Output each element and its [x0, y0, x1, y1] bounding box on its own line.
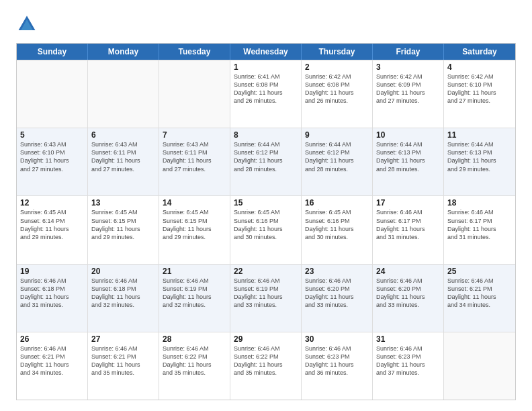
calendar-header: SundayMondayTuesdayWednesdayThursdayFrid… — [17, 44, 515, 60]
day-number: 4 — [447, 62, 512, 72]
cell-info: Sunrise: 6:42 AM Sunset: 6:10 PM Dayligh… — [447, 73, 512, 105]
cell-info: Sunrise: 6:45 AM Sunset: 6:16 PM Dayligh… — [305, 208, 369, 241]
day-number: 11 — [447, 130, 512, 140]
calendar-cell: 16Sunrise: 6:45 AM Sunset: 6:16 PM Dayli… — [302, 196, 373, 263]
calendar-cell: 28Sunrise: 6:46 AM Sunset: 6:22 PM Dayli… — [159, 332, 230, 400]
cell-info: Sunrise: 6:46 AM Sunset: 6:23 PM Dayligh… — [305, 345, 369, 377]
cell-info: Sunrise: 6:45 AM Sunset: 6:15 PM Dayligh… — [163, 208, 226, 241]
calendar-cell: 1Sunrise: 6:41 AM Sunset: 6:08 PM Daylig… — [230, 60, 302, 128]
cell-info: Sunrise: 6:45 AM Sunset: 6:16 PM Dayligh… — [234, 208, 298, 241]
calendar-cell: 23Sunrise: 6:46 AM Sunset: 6:20 PM Dayli… — [302, 265, 373, 332]
cell-info: Sunrise: 6:46 AM Sunset: 6:19 PM Dayligh… — [234, 277, 298, 310]
calendar-cell: 5Sunrise: 6:43 AM Sunset: 6:10 PM Daylig… — [17, 128, 88, 195]
cell-info: Sunrise: 6:46 AM Sunset: 6:21 PM Dayligh… — [447, 277, 512, 310]
calendar-cell: 13Sunrise: 6:45 AM Sunset: 6:15 PM Dayli… — [88, 196, 159, 263]
calendar-row-4: 26Sunrise: 6:46 AM Sunset: 6:21 PM Dayli… — [17, 332, 515, 400]
header-day-sunday: Sunday — [17, 44, 88, 60]
day-number: 19 — [20, 267, 84, 276]
day-number: 12 — [20, 198, 84, 208]
cell-info: Sunrise: 6:46 AM Sunset: 6:18 PM Dayligh… — [91, 277, 155, 310]
calendar-cell: 17Sunrise: 6:46 AM Sunset: 6:17 PM Dayli… — [373, 196, 444, 263]
cell-info: Sunrise: 6:46 AM Sunset: 6:23 PM Dayligh… — [376, 345, 440, 377]
calendar-cell: 15Sunrise: 6:45 AM Sunset: 6:16 PM Dayli… — [230, 196, 302, 263]
header-day-monday: Monday — [88, 44, 159, 60]
cell-info: Sunrise: 6:46 AM Sunset: 6:21 PM Dayligh… — [20, 345, 84, 377]
cell-info: Sunrise: 6:44 AM Sunset: 6:12 PM Dayligh… — [234, 140, 298, 173]
cell-info: Sunrise: 6:46 AM Sunset: 6:20 PM Dayligh… — [305, 277, 369, 310]
day-number: 17 — [376, 198, 440, 208]
header-day-wednesday: Wednesday — [230, 44, 302, 60]
header-day-saturday: Saturday — [444, 44, 515, 60]
calendar-cell — [17, 60, 88, 128]
cell-info: Sunrise: 6:45 AM Sunset: 6:15 PM Dayligh… — [91, 208, 155, 241]
calendar-cell: 26Sunrise: 6:46 AM Sunset: 6:21 PM Dayli… — [17, 332, 88, 400]
day-number: 10 — [376, 130, 440, 140]
calendar-cell: 25Sunrise: 6:46 AM Sunset: 6:21 PM Dayli… — [444, 265, 515, 332]
day-number: 7 — [163, 130, 226, 140]
calendar-row-1: 5Sunrise: 6:43 AM Sunset: 6:10 PM Daylig… — [17, 128, 515, 195]
header-day-friday: Friday — [373, 44, 444, 60]
day-number: 23 — [305, 267, 369, 276]
day-number: 24 — [376, 267, 440, 276]
calendar-cell: 8Sunrise: 6:44 AM Sunset: 6:12 PM Daylig… — [230, 128, 302, 195]
calendar-cell: 27Sunrise: 6:46 AM Sunset: 6:21 PM Dayli… — [88, 332, 159, 400]
cell-info: Sunrise: 6:41 AM Sunset: 6:08 PM Dayligh… — [234, 73, 298, 105]
day-number: 18 — [447, 198, 512, 208]
cell-info: Sunrise: 6:46 AM Sunset: 6:17 PM Dayligh… — [376, 208, 440, 241]
cell-info: Sunrise: 6:44 AM Sunset: 6:13 PM Dayligh… — [447, 140, 512, 173]
day-number: 20 — [91, 267, 155, 276]
calendar-cell: 10Sunrise: 6:44 AM Sunset: 6:13 PM Dayli… — [373, 128, 444, 195]
calendar-cell — [444, 332, 515, 400]
day-number: 14 — [163, 198, 226, 208]
cell-info: Sunrise: 6:46 AM Sunset: 6:21 PM Dayligh… — [91, 345, 155, 377]
day-number: 3 — [376, 62, 440, 72]
calendar-cell: 12Sunrise: 6:45 AM Sunset: 6:14 PM Dayli… — [17, 196, 88, 263]
day-number: 1 — [234, 62, 298, 72]
header-day-tuesday: Tuesday — [159, 44, 230, 60]
day-number: 15 — [234, 198, 298, 208]
calendar-cell: 3Sunrise: 6:42 AM Sunset: 6:09 PM Daylig… — [373, 60, 444, 128]
cell-info: Sunrise: 6:46 AM Sunset: 6:18 PM Dayligh… — [20, 277, 84, 310]
day-number: 13 — [91, 198, 155, 208]
day-number: 6 — [91, 130, 155, 140]
cell-info: Sunrise: 6:46 AM Sunset: 6:22 PM Dayligh… — [163, 345, 226, 377]
calendar-cell — [88, 60, 159, 128]
day-number: 8 — [234, 130, 298, 140]
day-number: 27 — [91, 334, 155, 344]
cell-info: Sunrise: 6:42 AM Sunset: 6:09 PM Dayligh… — [376, 73, 440, 105]
cell-info: Sunrise: 6:43 AM Sunset: 6:11 PM Dayligh… — [91, 140, 155, 173]
day-number: 31 — [376, 334, 440, 344]
day-number: 26 — [20, 334, 84, 344]
day-number: 30 — [305, 334, 369, 344]
cell-info: Sunrise: 6:46 AM Sunset: 6:20 PM Dayligh… — [376, 277, 440, 310]
calendar-cell: 31Sunrise: 6:46 AM Sunset: 6:23 PM Dayli… — [373, 332, 444, 400]
cell-info: Sunrise: 6:45 AM Sunset: 6:14 PM Dayligh… — [20, 208, 84, 241]
calendar-cell: 11Sunrise: 6:44 AM Sunset: 6:13 PM Dayli… — [444, 128, 515, 195]
cell-info: Sunrise: 6:43 AM Sunset: 6:10 PM Dayligh… — [20, 140, 84, 173]
calendar-cell: 30Sunrise: 6:46 AM Sunset: 6:23 PM Dayli… — [302, 332, 373, 400]
calendar-cell: 18Sunrise: 6:46 AM Sunset: 6:17 PM Dayli… — [444, 196, 515, 263]
day-number: 9 — [305, 130, 369, 140]
calendar-cell: 22Sunrise: 6:46 AM Sunset: 6:19 PM Dayli… — [230, 265, 302, 332]
cell-info: Sunrise: 6:46 AM Sunset: 6:17 PM Dayligh… — [447, 208, 512, 241]
logo — [16, 13, 42, 35]
day-number: 28 — [163, 334, 226, 344]
calendar-cell: 29Sunrise: 6:46 AM Sunset: 6:22 PM Dayli… — [230, 332, 302, 400]
day-number: 25 — [447, 267, 512, 276]
day-number: 16 — [305, 198, 369, 208]
day-number: 5 — [20, 130, 84, 140]
calendar-cell: 2Sunrise: 6:42 AM Sunset: 6:08 PM Daylig… — [302, 60, 373, 128]
calendar-cell — [159, 60, 230, 128]
cell-info: Sunrise: 6:44 AM Sunset: 6:13 PM Dayligh… — [376, 140, 440, 173]
cell-info: Sunrise: 6:46 AM Sunset: 6:22 PM Dayligh… — [234, 345, 298, 377]
cell-info: Sunrise: 6:42 AM Sunset: 6:08 PM Dayligh… — [305, 73, 369, 105]
calendar-row-3: 19Sunrise: 6:46 AM Sunset: 6:18 PM Dayli… — [17, 264, 515, 332]
calendar-cell: 14Sunrise: 6:45 AM Sunset: 6:15 PM Dayli… — [159, 196, 230, 263]
page: SundayMondayTuesdayWednesdayThursdayFrid… — [0, 0, 532, 411]
cell-info: Sunrise: 6:43 AM Sunset: 6:11 PM Dayligh… — [163, 140, 226, 173]
calendar-cell: 19Sunrise: 6:46 AM Sunset: 6:18 PM Dayli… — [17, 265, 88, 332]
calendar-body: 1Sunrise: 6:41 AM Sunset: 6:08 PM Daylig… — [17, 60, 515, 400]
day-number: 22 — [234, 267, 298, 276]
cell-info: Sunrise: 6:44 AM Sunset: 6:12 PM Dayligh… — [305, 140, 369, 173]
calendar-cell: 20Sunrise: 6:46 AM Sunset: 6:18 PM Dayli… — [88, 265, 159, 332]
